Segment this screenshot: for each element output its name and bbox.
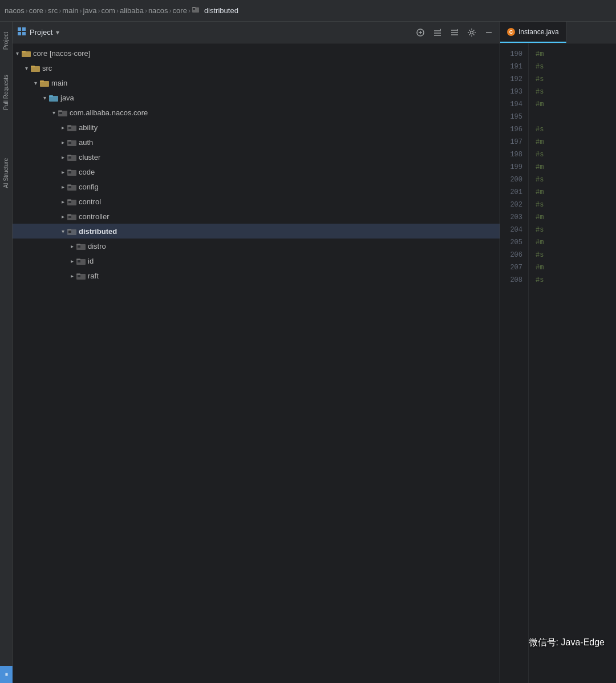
dropdown-arrow-icon[interactable]: ▾ — [56, 29, 59, 37]
svg-rect-31 — [68, 127, 71, 129]
vtab-pull-requests[interactable]: Pull Requests — [1, 70, 11, 115]
tree-area[interactable]: core [nacos-core] src main java com.alib… — [13, 43, 500, 683]
tree-node-code[interactable]: code — [13, 164, 500, 179]
svg-point-16 — [471, 31, 473, 34]
code-line: #s — [536, 148, 609, 161]
breadcrumb-item-nacos2[interactable]: nacos — [148, 6, 168, 15]
project-panel-icon — [17, 27, 26, 38]
collapse-all-button[interactable] — [431, 26, 444, 39]
svg-rect-3 — [18, 27, 21, 31]
line-number: 204 — [500, 224, 528, 236]
line-number: 193 — [500, 86, 528, 98]
code-line: #s — [536, 73, 609, 86]
tree-arrow-icon — [31, 78, 40, 87]
line-number: 206 — [500, 249, 528, 261]
svg-rect-49 — [68, 216, 71, 218]
tree-node-raft[interactable]: raft — [13, 268, 500, 283]
folder-icon — [49, 93, 58, 102]
minimize-button[interactable] — [483, 26, 495, 39]
settings-button[interactable] — [465, 26, 478, 39]
breadcrumb-item-java[interactable]: java — [83, 6, 97, 15]
tree-node-label: src — [42, 64, 500, 72]
breadcrumb-item-core2[interactable]: core — [173, 6, 187, 15]
tree-node-distro[interactable]: distro — [13, 239, 500, 253]
tree-node-label: java — [60, 94, 500, 102]
tree-node-label: raft — [88, 272, 500, 280]
folder-icon — [22, 49, 31, 58]
tree-node-distributed[interactable]: distributed — [13, 224, 500, 239]
code-content: #m#s#s#s#m#s#m#s#m#s#m#s#m#s#m#s#m#s — [529, 43, 616, 683]
code-line: #s — [536, 123, 609, 136]
tree-arrow-icon — [58, 182, 67, 191]
tree-arrow-icon — [58, 167, 67, 176]
tree-node-auth[interactable]: auth — [13, 135, 500, 149]
tree-node-com.alibaba.nacos.core[interactable]: com.alibaba.nacos.core — [13, 105, 500, 120]
breadcrumb-item-alibaba[interactable]: alibaba — [120, 6, 144, 15]
tree-node-src[interactable]: src — [13, 60, 500, 75]
code-line: #m — [536, 186, 609, 199]
line-number: 194 — [500, 98, 528, 111]
svg-rect-27 — [58, 110, 62, 112]
svg-rect-28 — [59, 112, 62, 114]
tree-node-control[interactable]: control — [13, 194, 500, 209]
breadcrumb-item-main[interactable]: main — [62, 6, 78, 15]
expand-all-button[interactable] — [448, 26, 461, 39]
svg-rect-61 — [78, 275, 80, 277]
tree-node-label: id — [88, 257, 500, 265]
code-line: #s — [536, 274, 609, 286]
svg-rect-52 — [68, 231, 71, 233]
tree-node-controller[interactable]: controller — [13, 209, 500, 224]
svg-rect-2 — [193, 8, 195, 10]
tree-node-main[interactable]: main — [13, 75, 500, 90]
breadcrumb-item-core[interactable]: core — [29, 6, 43, 15]
tree-node-label: code — [79, 168, 500, 176]
breadcrumb-item-nacos[interactable]: nacos — [5, 6, 25, 15]
code-line: #m — [536, 98, 609, 111]
tree-node-java[interactable]: java — [13, 90, 500, 105]
svg-rect-60 — [76, 273, 80, 275]
line-number: 191 — [500, 60, 528, 73]
folder-icon — [58, 108, 67, 117]
svg-rect-58 — [78, 260, 80, 262]
tree-arrow-icon — [49, 108, 58, 117]
breadcrumb-item-com[interactable]: com — [101, 6, 115, 15]
tree-arrow-icon — [58, 197, 67, 206]
folder-icon — [76, 271, 86, 280]
tree-node-label: cluster — [79, 153, 500, 161]
folder-icon — [31, 63, 40, 72]
breadcrumb-item-src[interactable]: src — [48, 6, 58, 15]
svg-rect-5 — [18, 32, 21, 35]
tab-instance-java[interactable]: C Instance.java — [500, 22, 566, 43]
vtab-project[interactable]: Project — [1, 27, 11, 54]
code-line: #s — [536, 60, 609, 73]
vertical-tabs: Project Pull Requests AI Structure ≡ — [0, 22, 13, 683]
code-line: #s — [536, 199, 609, 211]
tree-node-label: config — [79, 183, 500, 191]
tree-arrow-icon — [67, 241, 76, 250]
tree-node-ability[interactable]: ability — [13, 120, 500, 135]
project-panel: Project ▾ — [13, 22, 500, 683]
svg-rect-45 — [67, 199, 71, 201]
add-button[interactable] — [414, 26, 427, 39]
vtab-ai-structure[interactable]: AI Structure — [1, 153, 11, 193]
tree-arrow-icon — [67, 271, 76, 280]
tab-bar: C Instance.java — [500, 22, 616, 43]
tree-node-id[interactable]: id — [13, 253, 500, 268]
svg-rect-6 — [22, 32, 26, 35]
panel-title: Project ▾ — [17, 27, 410, 38]
tree-node-config[interactable]: config — [13, 179, 500, 194]
breadcrumb-item-distributed[interactable]: distributed — [192, 6, 238, 15]
tree-arrow-icon — [58, 227, 67, 236]
code-line: #s — [536, 173, 609, 186]
line-number: 190 — [500, 48, 528, 60]
folder-icon — [192, 6, 200, 15]
folder-icon — [76, 256, 86, 265]
main-layout: Project Pull Requests AI Structure ≡ — [0, 22, 616, 683]
tree-node-cluster[interactable]: cluster — [13, 149, 500, 164]
svg-rect-48 — [67, 214, 71, 216]
line-number: 196 — [500, 123, 528, 136]
line-number: 200 — [500, 173, 528, 186]
line-number: 202 — [500, 199, 528, 211]
tree-node-core-[nacos-core][interactable]: core [nacos-core] — [13, 46, 500, 60]
tree-node-label: main — [51, 79, 500, 87]
